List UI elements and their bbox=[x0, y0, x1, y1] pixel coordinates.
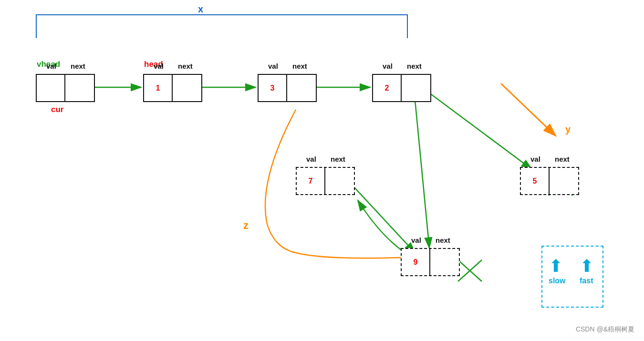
node-head1-val: 1 bbox=[144, 75, 173, 101]
node-7: 7 bbox=[296, 167, 355, 195]
node-9-val: 9 bbox=[402, 249, 430, 275]
svg-line-13 bbox=[501, 83, 556, 136]
node-7-next bbox=[325, 168, 354, 194]
node-5: 5 bbox=[520, 167, 579, 195]
slow-indicator: ⬆ slow bbox=[549, 258, 563, 275]
node2-val-header: val bbox=[383, 62, 393, 70]
node7-next-header: next bbox=[331, 155, 345, 163]
node-7-val: 7 bbox=[297, 168, 325, 194]
node-vhead: vhead cur bbox=[36, 74, 95, 102]
node-9-next bbox=[430, 249, 459, 275]
node-3: 3 bbox=[258, 74, 317, 102]
fast-arrow-icon: ⬆ bbox=[580, 258, 594, 275]
node9-next-header: next bbox=[436, 236, 450, 244]
node-2-next bbox=[402, 75, 430, 101]
svg-line-12 bbox=[458, 260, 482, 281]
node-head1-next bbox=[173, 75, 201, 101]
x-bracket bbox=[36, 14, 408, 38]
node2-next-header: next bbox=[407, 62, 422, 70]
node5-next-header: next bbox=[555, 155, 570, 163]
node-2-val: 2 bbox=[373, 75, 402, 101]
slow-arrow-icon: ⬆ bbox=[549, 258, 563, 275]
fast-label: fast bbox=[580, 277, 593, 285]
head1-val-header: val bbox=[154, 62, 164, 70]
vhead-val-header: val bbox=[46, 62, 56, 70]
node5-val-header: val bbox=[530, 155, 540, 163]
node3-next-header: next bbox=[292, 62, 307, 70]
node-9: 9 bbox=[401, 248, 460, 276]
node-5-next bbox=[550, 168, 578, 194]
node-3-val: 3 bbox=[259, 75, 287, 101]
node-5-val: 5 bbox=[521, 168, 550, 194]
node9-val-header: val bbox=[411, 236, 421, 244]
node-vhead-next bbox=[65, 75, 94, 101]
svg-line-7 bbox=[415, 100, 429, 248]
cur-label: cur bbox=[51, 105, 63, 114]
node-2: 2 bbox=[372, 74, 431, 102]
svg-line-6 bbox=[429, 93, 532, 169]
slow-label: slow bbox=[549, 277, 566, 285]
node7-val-header: val bbox=[306, 155, 316, 163]
node3-val-header: val bbox=[268, 62, 278, 70]
z-label: z bbox=[243, 219, 249, 232]
node-vhead-val bbox=[37, 75, 65, 101]
diagram-container: x bbox=[0, 0, 644, 341]
svg-line-11 bbox=[458, 260, 482, 281]
watermark: CSDN @&梧桐树夏 bbox=[576, 325, 634, 334]
vhead-next-header: next bbox=[71, 62, 85, 70]
node-head1: 1 head bbox=[143, 74, 202, 102]
fast-indicator: ⬆ fast bbox=[580, 258, 594, 275]
y-label: y bbox=[565, 124, 571, 135]
x-label: x bbox=[198, 4, 203, 15]
svg-line-8 bbox=[353, 186, 415, 253]
head1-next-header: next bbox=[178, 62, 193, 70]
node-3-next bbox=[287, 75, 316, 101]
